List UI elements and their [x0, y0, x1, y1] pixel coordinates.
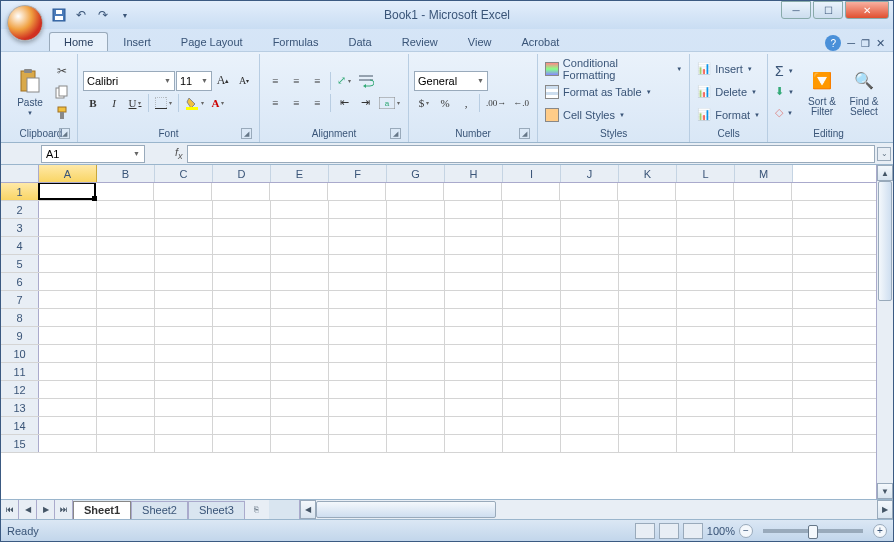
- cell[interactable]: [213, 237, 271, 254]
- cell[interactable]: [329, 417, 387, 434]
- cell[interactable]: [271, 309, 329, 326]
- cell[interactable]: [271, 255, 329, 272]
- cell[interactable]: [445, 327, 503, 344]
- help-icon[interactable]: ?: [825, 35, 841, 51]
- cell[interactable]: [445, 291, 503, 308]
- cell[interactable]: [329, 273, 387, 290]
- cell[interactable]: [97, 255, 155, 272]
- sheet-tab[interactable]: Sheet2: [131, 501, 188, 519]
- select-all-corner[interactable]: [1, 165, 39, 182]
- cell[interactable]: [39, 327, 97, 344]
- tab-review[interactable]: Review: [387, 32, 453, 51]
- zoom-in-icon[interactable]: +: [873, 524, 887, 538]
- cell[interactable]: [39, 201, 97, 218]
- cell[interactable]: [561, 399, 619, 416]
- cell[interactable]: [213, 435, 271, 452]
- cell[interactable]: [561, 363, 619, 380]
- cell[interactable]: [561, 309, 619, 326]
- cell[interactable]: [271, 219, 329, 236]
- cell[interactable]: [97, 309, 155, 326]
- column-header[interactable]: D: [213, 165, 271, 182]
- cell[interactable]: [619, 345, 677, 362]
- cell[interactable]: [97, 363, 155, 380]
- cell[interactable]: [154, 183, 212, 200]
- minimize-button[interactable]: ─: [781, 1, 811, 19]
- cell[interactable]: [503, 381, 561, 398]
- cell[interactable]: [386, 183, 444, 200]
- cell[interactable]: [445, 417, 503, 434]
- cell[interactable]: [329, 399, 387, 416]
- delete-cells-button[interactable]: 📊Delete▼: [695, 82, 762, 102]
- row-header[interactable]: 13: [1, 399, 39, 416]
- cell[interactable]: [619, 291, 677, 308]
- name-box[interactable]: A1▼: [41, 145, 145, 163]
- hscroll-thumb[interactable]: [316, 501, 496, 518]
- cell[interactable]: [213, 255, 271, 272]
- cell[interactable]: [329, 291, 387, 308]
- cell[interactable]: [213, 273, 271, 290]
- row-header[interactable]: 6: [1, 273, 39, 290]
- wrap-text-icon[interactable]: [355, 71, 377, 91]
- cell[interactable]: [735, 435, 793, 452]
- cell[interactable]: [271, 237, 329, 254]
- column-header[interactable]: L: [677, 165, 735, 182]
- decrease-decimal-icon[interactable]: ←.0: [510, 93, 532, 113]
- cell[interactable]: [677, 417, 735, 434]
- cell[interactable]: [503, 327, 561, 344]
- cell[interactable]: [676, 183, 734, 200]
- sort-filter-button[interactable]: 🔽 Sort & Filter: [802, 56, 842, 127]
- cell[interactable]: [97, 381, 155, 398]
- mdi-minimize-icon[interactable]: ─: [847, 37, 855, 49]
- cell[interactable]: [735, 255, 793, 272]
- cell-styles-button[interactable]: Cell Styles▼: [543, 105, 684, 125]
- row-header[interactable]: 12: [1, 381, 39, 398]
- cell[interactable]: [97, 219, 155, 236]
- cell[interactable]: [677, 273, 735, 290]
- increase-indent-icon[interactable]: ⇥: [355, 93, 375, 113]
- cell[interactable]: [619, 255, 677, 272]
- cell[interactable]: [445, 309, 503, 326]
- redo-icon[interactable]: ↷: [93, 5, 113, 25]
- cell[interactable]: [387, 363, 445, 380]
- new-sheet-icon[interactable]: ⎘: [245, 500, 269, 519]
- zoom-slider[interactable]: [763, 529, 863, 533]
- cell[interactable]: [735, 201, 793, 218]
- cell[interactable]: [271, 363, 329, 380]
- font-size-combo[interactable]: 11▼: [176, 71, 212, 91]
- cell[interactable]: [561, 273, 619, 290]
- column-header[interactable]: B: [97, 165, 155, 182]
- font-dialog-icon[interactable]: ◢: [241, 128, 252, 139]
- cell[interactable]: [619, 273, 677, 290]
- cell[interactable]: [39, 399, 97, 416]
- cell[interactable]: [503, 435, 561, 452]
- cell[interactable]: [155, 435, 213, 452]
- cell[interactable]: [445, 399, 503, 416]
- cell[interactable]: [735, 381, 793, 398]
- cell[interactable]: [213, 417, 271, 434]
- cell[interactable]: [38, 183, 96, 200]
- cell[interactable]: [677, 435, 735, 452]
- cell[interactable]: [271, 201, 329, 218]
- row-header[interactable]: 8: [1, 309, 39, 326]
- cell[interactable]: [503, 273, 561, 290]
- cell[interactable]: [39, 417, 97, 434]
- cell[interactable]: [39, 435, 97, 452]
- mdi-close-icon[interactable]: ✕: [876, 37, 885, 50]
- scroll-down-icon[interactable]: ▼: [877, 483, 893, 499]
- cell[interactable]: [445, 363, 503, 380]
- cell[interactable]: [619, 327, 677, 344]
- cell[interactable]: [213, 327, 271, 344]
- cell[interactable]: [503, 309, 561, 326]
- cell[interactable]: [329, 363, 387, 380]
- sheet-tab[interactable]: Sheet3: [188, 501, 245, 519]
- tab-page-layout[interactable]: Page Layout: [166, 32, 258, 51]
- cell[interactable]: [213, 363, 271, 380]
- zoom-level[interactable]: 100%: [707, 525, 735, 537]
- format-cells-button[interactable]: 📊Format▼: [695, 105, 762, 125]
- cell[interactable]: [561, 237, 619, 254]
- cell[interactable]: [329, 219, 387, 236]
- number-format-combo[interactable]: General▼: [414, 71, 488, 91]
- find-select-button[interactable]: 🔍 Find & Select: [844, 56, 884, 127]
- format-painter-icon[interactable]: [52, 103, 72, 123]
- cell[interactable]: [271, 435, 329, 452]
